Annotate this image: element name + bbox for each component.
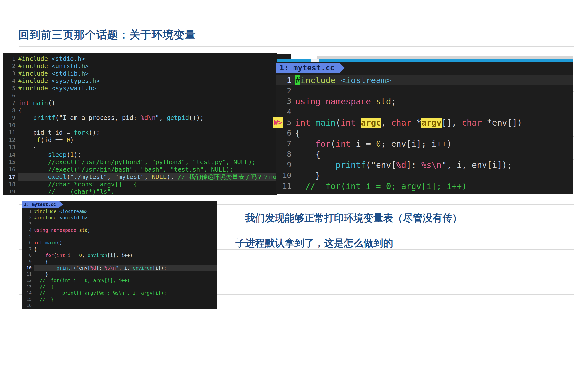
line-number: 2 — [276, 86, 295, 95]
line-number: 15 — [3, 159, 18, 165]
code-line: 17 execl("./mytest", "mytest", NULL); //… — [3, 173, 277, 180]
code-line: 7int main() — [3, 99, 277, 107]
code-line: 11 pid_t id = fork(); — [3, 129, 277, 136]
code-line: 6int main() — [22, 240, 217, 246]
code-line: 3#include <stdlib.h> — [3, 70, 277, 77]
code-line: 3using namespace std; — [276, 96, 573, 107]
line-number: 13 — [3, 144, 18, 150]
line-number: 9 — [276, 160, 295, 169]
code-line: 8{ — [3, 107, 277, 114]
line-number: 3 — [22, 222, 34, 226]
line-number: 17 — [3, 174, 18, 180]
code-line: 16 — [22, 303, 217, 309]
code-line: 1#include <iostream> — [22, 208, 217, 215]
line-number: 18 — [3, 181, 18, 187]
code-line: 9 { — [22, 258, 217, 265]
line-number: 14 — [22, 290, 34, 295]
line-number: 4 — [3, 78, 18, 84]
code-line: 6 — [3, 92, 277, 99]
code-line: 10 printf("env[%d]: %s\n", i, environ[i]… — [22, 265, 217, 271]
code-line: 15 //execl("/usr/bin/python3", "python3"… — [3, 158, 277, 166]
code-line: 5int main(int argc, char *argv[], char *… — [276, 117, 573, 128]
code-line: 13 { — [3, 144, 277, 151]
note-line-1[interactable]: 我们发现能够正常打印环境变量表（尽管没有传） — [245, 211, 462, 225]
line-number: 3 — [276, 97, 295, 106]
code-line: 19 // (char*)"ls", — [3, 188, 277, 195]
code-line: 15 // } — [22, 296, 217, 303]
code-line: 11 // for(int i = 0; argv[i]; i++) — [276, 181, 573, 191]
line-number: 11 — [276, 182, 295, 190]
code-line: 1#include <stdio.h> — [3, 55, 277, 62]
code-line: 8 { — [276, 149, 573, 160]
line-number: 14 — [3, 152, 18, 158]
warning-gutter-badge: W> — [273, 117, 283, 128]
code-line: 5 — [22, 233, 217, 240]
line-number: 10 — [22, 265, 34, 270]
line-number: 19 — [3, 189, 18, 195]
line-number: 11 — [3, 129, 18, 136]
code-line: 12 // for(int i = 0; argv[i]; i++) — [22, 277, 217, 284]
line-number: 12 — [22, 278, 34, 283]
line-number: 15 — [22, 297, 34, 302]
code-line: 13 // { — [22, 284, 217, 290]
line-number: 1 — [276, 76, 295, 84]
line-number: 9 — [22, 259, 34, 264]
line-number: 1 — [3, 56, 18, 62]
line-number: 5 — [22, 234, 34, 239]
line-number: 2 — [22, 215, 34, 220]
code-line: 9 printf("I am a process, pid: %d\n", ge… — [3, 114, 277, 121]
note-line-2[interactable]: 子进程默认拿到了，这是怎么做到的 — [235, 236, 393, 250]
line-number: 10 — [276, 171, 295, 180]
line-number: 6 — [276, 129, 295, 137]
line-number: 3 — [3, 70, 18, 77]
code-line: 9 printf("env[%d]: %s\n", i, env[i]); — [276, 160, 573, 170]
line-number: 10 — [3, 122, 18, 128]
line-number: 7 — [3, 100, 18, 106]
line-number: 6 — [3, 93, 18, 99]
line-number: 4 — [22, 228, 34, 233]
line-number: 4 — [276, 108, 295, 116]
code-line: 4#include <sys/types.h> — [3, 77, 277, 84]
screenshot-editor-mytest-large[interactable]: 1: mytest.cc 1#include <iostream>23using… — [276, 62, 573, 194]
ruled-line — [19, 46, 574, 47]
line-number: 6 — [22, 240, 34, 245]
file-tab: 1: mytest.cc — [22, 201, 63, 208]
line-number: 7 — [276, 139, 295, 148]
code-line: 11 } — [22, 271, 217, 277]
screenshot-editor-fork-code[interactable]: 1#include <stdio.h>2#include <unistd.h>3… — [3, 53, 277, 195]
line-number: 11 — [22, 272, 34, 277]
code-line: 4 — [276, 107, 573, 117]
line-number: 16 — [3, 166, 18, 173]
code-area: 1#include <iostream>23using namespace st… — [276, 73, 573, 191]
line-number: 5 — [3, 85, 18, 91]
blue-bar-notch — [311, 59, 319, 62]
code-line: 8 for(int i = 0; environ[i]; i++) — [22, 252, 217, 259]
code-line: 14 // printf("argv[%d]: %s\n", i, argv[i… — [22, 290, 217, 296]
code-line: 2 — [276, 85, 573, 96]
code-area: 1#include <iostream>2#include <unistd.h>… — [22, 208, 217, 309]
line-number: 1 — [22, 209, 34, 214]
code-line: 2#include <unistd.h> — [3, 62, 277, 70]
code-line: 10 } — [276, 170, 573, 181]
screenshot-editor-mytest-small[interactable]: 1: mytest.cc 1#include <iostream>2#inclu… — [22, 201, 217, 309]
code-line: 6{ — [276, 128, 573, 138]
ruled-line — [19, 317, 574, 317]
code-line: 5#include <sys/wait.h> — [3, 84, 277, 92]
notebook-page: 回到前三页那个话题：关于环境变量 1#include <stdio.h>2#in… — [0, 0, 588, 367]
code-line: 7 for(int i = 0; env[i]; i++) — [276, 138, 573, 149]
code-line: 18 //char *const argv[] = { — [3, 180, 277, 188]
code-line: 7{ — [22, 246, 217, 252]
line-number: 8 — [3, 107, 18, 113]
code-line: 14 sleep(1); — [3, 151, 277, 158]
code-line: 16 //execl("/usr/bin/bash", "bash", "tes… — [3, 166, 277, 173]
line-number: 12 — [3, 137, 18, 143]
page-title[interactable]: 回到前三页那个话题：关于环境变量 — [18, 28, 196, 42]
file-tab: 1: mytest.cc — [276, 63, 345, 73]
window-fragment-gray — [317, 56, 573, 59]
code-line: 3 — [22, 221, 217, 227]
line-number: 2 — [3, 63, 18, 69]
code-line: 2#include <unistd.h> — [22, 215, 217, 221]
line-number: 16 — [22, 303, 34, 308]
code-line: 1#include <iostream> — [276, 75, 573, 85]
window-fragment-blue-bar — [272, 59, 573, 62]
